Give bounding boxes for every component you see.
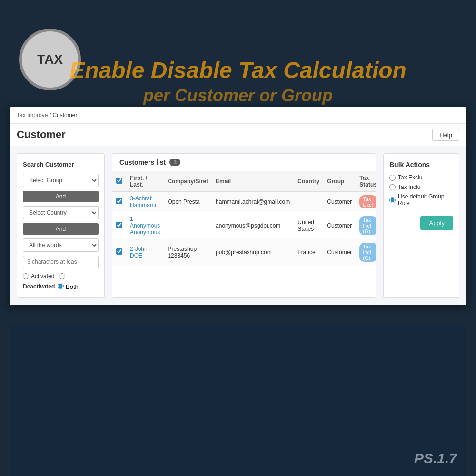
table-row: 1-Anonymous Anonymous anonymous@psgdpr.c… <box>112 212 376 239</box>
bulk-tax-exclu-label: Tax Exclu <box>389 174 453 181</box>
bulk-radio-group: Tax Exclu Tax Inclu Use default Group Ru… <box>389 174 453 207</box>
row-2-country: United States <box>294 212 323 239</box>
row-2-group: Customer <box>323 212 356 239</box>
deactivated-row: Deactivated Both <box>23 283 99 290</box>
and-button-2[interactable]: And <box>23 223 99 235</box>
row-3-name: 2-John DOE <box>126 239 164 266</box>
row-checkbox-cell <box>112 192 126 212</box>
row-2-checkbox[interactable] <box>116 222 122 228</box>
bulk-use-default-label: Use default Group Rule <box>389 193 453 207</box>
breadcrumb: Tax Improve / Customer <box>17 112 77 119</box>
row-1-company: Open Presta <box>164 192 212 212</box>
logo: TAX <box>19 29 81 90</box>
apply-button[interactable]: Apply <box>420 216 453 230</box>
col-tax-status: Tax Status <box>356 171 376 192</box>
table-header-row: First. / Last. Company/Siret Email Count… <box>112 171 376 192</box>
modal-header: Tax Improve / Customer <box>10 107 466 124</box>
customers-panel: Customers list 3 First. / Last. Company/… <box>112 153 376 298</box>
ps-version: PS.1.7 <box>414 450 457 466</box>
row-2-email: anonymous@psgdpr.com <box>212 212 294 239</box>
row-2-tax-status: Tax Incl (G) <box>356 212 376 239</box>
row-2-name: 1-Anonymous Anonymous <box>126 212 164 239</box>
help-button[interactable]: Help <box>432 129 459 141</box>
title-row: Customer Help <box>10 124 466 146</box>
both-radio[interactable] <box>58 283 64 289</box>
row-3-group: Customer <box>323 239 356 266</box>
bulk-tax-inclu-radio[interactable] <box>389 184 396 190</box>
activated-radio[interactable] <box>23 273 29 279</box>
main-modal: Tax Improve / Customer Customer Help Sea… <box>10 107 466 305</box>
row-3-checkbox[interactable] <box>116 248 122 255</box>
country-select[interactable]: Select Country <box>23 206 99 219</box>
table-row: 3-Achraf Hammami Open Presta hammami.ach… <box>112 192 376 212</box>
row-3-email: pub@prestashop.com <box>212 239 294 266</box>
row-3-company: Prestashop 1233456 <box>164 239 212 266</box>
page-title: Customer <box>17 129 66 141</box>
search-input[interactable] <box>23 256 99 268</box>
bulk-tax-inclu-label: Tax Inclu <box>389 184 453 190</box>
shadow-panel <box>10 324 466 476</box>
search-panel: Search Customer Select Group And Select … <box>17 153 105 298</box>
row-1-name-link[interactable]: 3-Achraf Hammami <box>130 195 156 208</box>
both-radio-inline[interactable] <box>59 273 65 279</box>
bulk-panel-title: Bulk Actions <box>389 161 453 169</box>
row-2-name-link[interactable]: 1-Anonymous Anonymous <box>130 216 160 236</box>
customers-table-body: 3-Achraf Hammami Open Presta hammami.ach… <box>112 192 376 266</box>
activated-label: Activated <box>23 273 54 279</box>
table-row: 2-John DOE Prestashop 1233456 pub@presta… <box>112 239 376 266</box>
row-checkbox-cell <box>112 212 126 239</box>
group-select[interactable]: Select Group <box>23 174 99 187</box>
words-select[interactable]: All the words <box>23 238 99 252</box>
row-3-country: France <box>294 239 323 266</box>
col-email: Email <box>212 171 294 192</box>
deactivated-label: Deactivated <box>23 283 55 290</box>
col-group: Group <box>323 171 356 192</box>
row-3-tax-status: Tax Incl (G) <box>356 239 376 266</box>
both-label-inline <box>59 273 65 279</box>
row-1-checkbox[interactable] <box>116 198 122 204</box>
customers-list-title: Customers list <box>119 159 166 166</box>
status-radio-group: Activated <box>23 273 99 281</box>
row-1-email: hammami.achraf@gmail.com <box>212 192 294 212</box>
customers-table: First. / Last. Company/Siret Email Count… <box>112 171 376 265</box>
row-2-tax-badge: Tax Incl (G) <box>359 216 376 235</box>
customers-header: Customers list 3 <box>112 154 376 171</box>
row-1-group: Customer <box>323 192 356 212</box>
breadcrumb-current: Customer <box>52 112 77 119</box>
row-checkbox-cell <box>112 239 126 266</box>
row-1-name: 3-Achraf Hammami <box>126 192 164 212</box>
col-first-last: First. / Last. <box>126 171 164 192</box>
bulk-use-default-radio[interactable] <box>389 197 396 203</box>
col-country: Country <box>294 171 323 192</box>
select-all-checkbox[interactable] <box>116 178 122 184</box>
modal-body: Search Customer Select Group And Select … <box>10 146 466 305</box>
both-label: Both <box>58 283 78 290</box>
customers-table-head: First. / Last. Company/Siret Email Count… <box>112 171 376 192</box>
row-1-tax-status: Tax Excl <box>356 192 376 212</box>
search-panel-title: Search Customer <box>23 161 99 168</box>
row-3-name-link[interactable]: 2-John DOE <box>130 246 148 259</box>
and-button-1[interactable]: And <box>23 191 99 202</box>
row-1-tax-badge: Tax Excl <box>359 195 376 208</box>
row-3-tax-badge: Tax Incl (G) <box>359 243 376 262</box>
col-company: Company/Siret <box>164 171 212 192</box>
row-2-company <box>164 212 212 239</box>
customers-count: 3 <box>169 159 180 166</box>
col-checkbox <box>112 171 126 192</box>
row-1-country <box>294 192 323 212</box>
bulk-panel: Bulk Actions Tax Exclu Tax Inclu Use def… <box>383 153 459 298</box>
breadcrumb-parent[interactable]: Tax Improve <box>17 112 48 119</box>
bulk-tax-exclu-radio[interactable] <box>389 175 396 181</box>
